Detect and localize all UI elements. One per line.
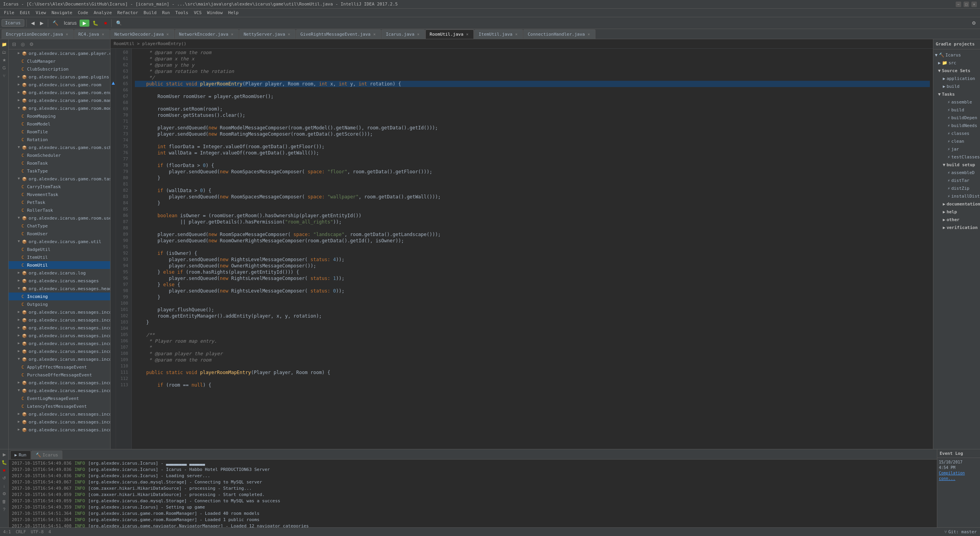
menu-run[interactable]: Run xyxy=(160,9,172,16)
tree-item-util-pkg[interactable]: ▼ 📦 org.alexdev.icarus.game.util xyxy=(9,238,110,245)
gradle-item-src[interactable]: ▶ 📁 src xyxy=(933,59,980,67)
gradle-item-build-task[interactable]: ⚡ build xyxy=(933,106,980,114)
bottom-tab-icarus[interactable]: 🔨 Icarus xyxy=(31,451,63,459)
collapse-all-btn[interactable]: ⊟ xyxy=(10,40,18,48)
menu-build[interactable]: Build xyxy=(141,9,159,16)
tab-close-icon[interactable]: × xyxy=(230,32,234,37)
tab-icarus[interactable]: Icarus.java × xyxy=(381,29,425,39)
close-button[interactable]: × xyxy=(971,2,977,7)
gradle-item-build[interactable]: ▶ build xyxy=(933,82,980,90)
tree-item-roommapping[interactable]: C RoomMapping xyxy=(9,112,110,120)
tab-close-icon[interactable]: × xyxy=(416,32,421,37)
tree-item-room-msg-pkg[interactable]: ▶ 📦 org.alexdev.icarus.messages.incoming… xyxy=(9,426,110,434)
tree-item-room-user-pkg[interactable]: ▼ 📦 org.alexdev.icarus.game.room.user xyxy=(9,214,110,222)
tree-item-headers-pkg[interactable]: ▼ 📦 org.alexdev.icarus.messages.headers xyxy=(9,285,110,293)
debug-button[interactable]: 🐛 xyxy=(90,18,101,28)
tree-item-roomuser[interactable]: C RoomUser xyxy=(9,230,110,238)
locate-file-btn[interactable]: ◎ xyxy=(19,40,27,48)
tree-item-messenger-pkg[interactable]: ▶ 📦 org.alexdev.icarus.messages.incoming… xyxy=(9,379,110,387)
tree-item-navigator-pkg[interactable]: ▶ 📦 org.alexdev.icarus.messages.incoming… xyxy=(9,410,110,418)
tree-item-camera-pkg[interactable]: ▶ 📦 org.alexdev.icarus.messages.incoming… xyxy=(9,308,110,316)
search-everywhere-btn[interactable]: 🔍 xyxy=(114,18,124,28)
tab-roomutil[interactable]: RoomUtil.java × xyxy=(425,29,474,39)
gradle-item-assembled[interactable]: ⚡ assembleD xyxy=(933,169,980,176)
scroll-end-btn[interactable]: ↓ xyxy=(1,482,8,489)
tree-item-room-pkg[interactable]: ▶ 📦 org.alexdev.icarus.game.room xyxy=(9,81,110,89)
tab-close-icon[interactable]: × xyxy=(287,32,291,37)
tree-item-chattype[interactable]: C ChatType xyxy=(9,222,110,230)
tab-close-icon[interactable]: × xyxy=(514,32,519,37)
tab-itemutil[interactable]: ItemUtil.java × xyxy=(474,29,523,39)
tree-item-managers[interactable]: ▶ 📦 org.alexdev.icarus.game.room.manager… xyxy=(9,96,110,104)
tree-item-badgeutil[interactable]: C BadgeUtil xyxy=(9,245,110,253)
tree-item-purchaseoffer[interactable]: C PurchaseOfferMessageEvent xyxy=(9,371,110,379)
sidebar-gradle-btn[interactable]: G xyxy=(1,64,8,71)
sidebar-favorites-btn[interactable]: ★ xyxy=(1,56,8,64)
toolbar-back-btn[interactable]: ◀ xyxy=(29,18,37,28)
tree-item-groups-pkg[interactable]: ▶ 📦 org.alexdev.icarus.messages.incoming… xyxy=(9,324,110,332)
tab-networkencoder[interactable]: NetworkEncoder.java × xyxy=(175,29,239,39)
tree-item-tasks[interactable]: ▼ 📦 org.alexdev.icarus.game.room.tasks xyxy=(9,175,110,183)
tree-item-roomtask[interactable]: C RoomTask xyxy=(9,159,110,167)
sidebar-structure-btn[interactable]: 🗂 xyxy=(1,49,8,56)
gradle-other-section[interactable]: ▶ other xyxy=(933,216,980,223)
gradle-help-section[interactable]: ▶ help xyxy=(933,208,980,216)
tab-close-icon[interactable]: × xyxy=(586,32,591,37)
gradle-verification-section[interactable]: ▶ verification xyxy=(933,223,980,231)
gradle-item-application[interactable]: ▶ application xyxy=(933,74,980,82)
settings-btn[interactable]: ⚙ xyxy=(969,18,978,28)
stop-button[interactable]: ■ xyxy=(102,18,109,28)
tab-giverightsmsgevent[interactable]: GiveRightsMessageEvent.java × xyxy=(296,29,381,39)
tree-item-tasktype[interactable]: C TaskType xyxy=(9,167,110,175)
tree-item-carrytask[interactable]: C CarryItemTask xyxy=(9,183,110,191)
gradle-item-assemble[interactable]: ⚡ assemble xyxy=(933,98,980,106)
tab-networkdecoder[interactable]: NetworkDecoder.java × xyxy=(110,29,174,39)
toolbar-run-config[interactable]: Icarus xyxy=(62,18,79,28)
gradle-tasks-section[interactable]: ▼ Tasks xyxy=(933,90,980,98)
tree-item-clubsubscription[interactable]: C ClubSubscription xyxy=(9,65,110,73)
help-sidebar-btn[interactable]: ? xyxy=(1,506,8,513)
tree-item-groups-edit[interactable]: ▶ 📦 org.alexdev.icarus.messages.incoming… xyxy=(9,332,110,340)
debug-sidebar-btn[interactable]: 🐛 xyxy=(1,459,8,466)
menu-tools[interactable]: Tools xyxy=(173,9,191,16)
tree-item-outgoing-hdr[interactable]: C Outgoing xyxy=(9,300,110,308)
clear-sidebar-btn[interactable]: 🗑 xyxy=(1,498,8,505)
tree-item-club[interactable]: ▶ 📦 org.alexdev.icarus.game.player.club xyxy=(9,49,110,57)
tree-item-itemutil[interactable]: C ItemUtil xyxy=(9,253,110,261)
gradle-item-distzip[interactable]: ⚡ distZip xyxy=(933,184,980,192)
event-log-link[interactable]: Compilation conn... xyxy=(939,471,965,481)
sidebar-git-btn[interactable]: ⑂ xyxy=(1,72,8,79)
tree-item-enums[interactable]: ▶ 📦 org.alexdev.icarus.game.room.enums xyxy=(9,89,110,96)
tree-item-roommodel[interactable]: C RoomModel xyxy=(9,120,110,128)
maximize-button[interactable]: □ xyxy=(964,2,969,7)
toolbar-forward-btn[interactable]: ▶ xyxy=(38,18,46,28)
tab-close-icon[interactable]: × xyxy=(101,32,105,37)
tree-item-messages-pkg[interactable]: ▶ 📦 org.alexdev.icarus.messages xyxy=(9,277,110,285)
tab-connectionhandler[interactable]: ConnectionHandler.java × xyxy=(523,29,595,39)
tree-item-items-pkg[interactable]: ▼ 📦 org.alexdev.icarus.messages.incoming… xyxy=(9,355,110,363)
gradle-buildsetup-section[interactable]: ▼ build setup xyxy=(933,161,980,169)
tree-item-roomtile[interactable]: C RoomTile xyxy=(9,128,110,136)
tree-item-eventlog-msg[interactable]: C EventLogMessageEvent xyxy=(9,394,110,402)
tab-close-icon[interactable]: × xyxy=(65,32,69,37)
tree-item-rotation[interactable]: C Rotation xyxy=(9,136,110,144)
gradle-item-installdist[interactable]: ⚡ installDist xyxy=(933,192,980,200)
tree-item-groups-members[interactable]: ▶ 📦 org.alexdev.icarus.messages.incoming… xyxy=(9,340,110,347)
tab-rc4[interactable]: RC4.java × xyxy=(74,29,110,39)
tree-item-incoming-hdr[interactable]: C Incoming xyxy=(9,293,110,300)
gradle-item-testclasses[interactable]: ⚡ testClasses xyxy=(933,153,980,161)
gradle-item-jar[interactable]: ⚡ jar xyxy=(933,145,980,153)
tab-encryptiondecoder[interactable]: EncryptionDecoder.java × xyxy=(2,29,74,39)
code-area[interactable]: * @param room the room * @param x the x … xyxy=(132,49,933,449)
menu-navigate[interactable]: Navigate xyxy=(49,9,75,16)
tree-item-catalogue-pkg[interactable]: ▶ 📦 org.alexdev.icarus.messages.incoming… xyxy=(9,316,110,324)
tree-item-handshake-pkg[interactable]: ▶ 📦 org.alexdev.icarus.messages.incoming… xyxy=(9,347,110,355)
run-button[interactable]: ▶ xyxy=(80,20,89,27)
tree-item-movementtask[interactable]: C MovementTask xyxy=(9,191,110,198)
filter-sidebar-btn[interactable]: ⚙ xyxy=(1,490,8,497)
tree-item-model-pkg[interactable]: ▼ 📦 org.alexdev.icarus.game.room.model xyxy=(9,104,110,112)
minimize-button[interactable]: − xyxy=(956,2,961,7)
tree-item-pettask[interactable]: C PetTask xyxy=(9,198,110,206)
bottom-tab-run[interactable]: ▶ Run xyxy=(10,451,31,459)
gradle-item-disttar[interactable]: ⚡ distTar xyxy=(933,176,980,184)
